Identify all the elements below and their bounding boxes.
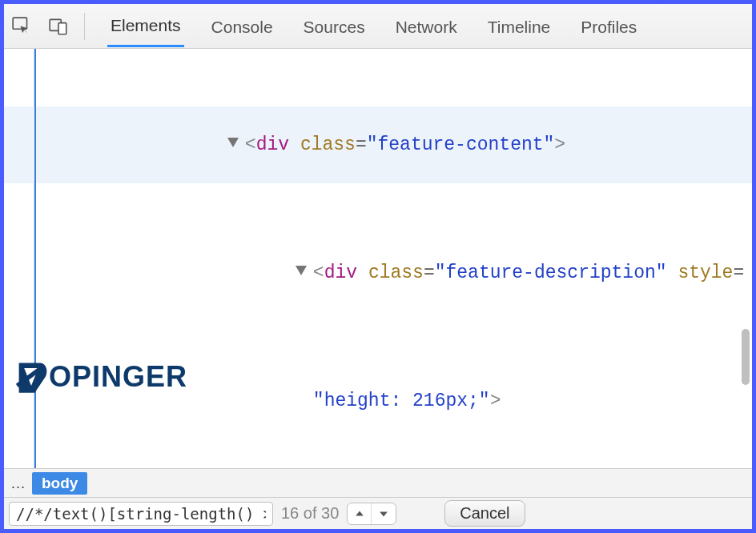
chevron-down-icon[interactable] (227, 138, 239, 147)
tab-profiles[interactable]: Profiles (577, 6, 640, 46)
toolbar: Elements Console Sources Network Timelin… (4, 4, 752, 49)
inspect-icon[interactable] (10, 15, 33, 38)
breadcrumb: … body (4, 468, 752, 497)
cancel-button[interactable]: Cancel (444, 500, 525, 527)
search-count: 16 of 30 (281, 504, 339, 523)
search-input[interactable] (9, 502, 273, 526)
toolbar-divider (84, 13, 85, 40)
tab-network[interactable]: Network (392, 6, 460, 46)
tab-sources[interactable]: Sources (300, 6, 368, 46)
svg-rect-2 (58, 22, 66, 34)
tab-timeline[interactable]: Timeline (485, 6, 554, 46)
watermark-logo: OPINGER (14, 359, 187, 395)
chevron-down-icon[interactable] (296, 266, 307, 275)
dom-node[interactable]: <div class="feature-content"> (4, 106, 752, 183)
tabs-row: Elements Console Sources Network Timelin… (99, 5, 640, 47)
style-value: "height: 216px;" (313, 391, 490, 411)
dom-node[interactable]: <div class="feature-description" style= (50, 234, 752, 311)
svg-rect-0 (13, 18, 26, 29)
dom-tree[interactable]: <div class="feature-content"> <div class… (4, 49, 752, 468)
breadcrumb-ellipsis[interactable]: … (10, 475, 26, 492)
search-prev-button[interactable] (348, 503, 372, 524)
search-next-button[interactable] (372, 503, 396, 524)
search-stepper (347, 503, 396, 525)
tab-console[interactable]: Console (208, 6, 276, 46)
device-icon[interactable] (47, 15, 70, 38)
scrollbar[interactable] (742, 329, 750, 385)
breadcrumb-body[interactable]: body (32, 472, 87, 495)
search-bar: 16 of 30 Cancel (4, 497, 752, 529)
tab-elements[interactable]: Elements (107, 5, 184, 47)
